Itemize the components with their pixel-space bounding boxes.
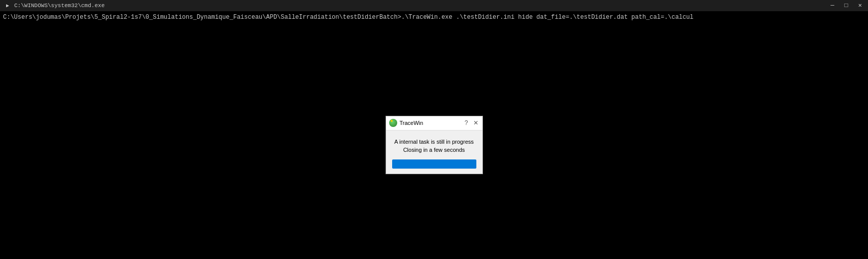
maximize-button[interactable]: □ (843, 2, 850, 10)
dialog-close-button[interactable]: ✕ (472, 120, 479, 126)
title-bar-text: C:\WINDOWS\system32\cmd.exe (14, 3, 105, 9)
dialog-title-left: TraceWin (389, 119, 424, 127)
title-bar: ▶ C:\WINDOWS\system32\cmd.exe ─ □ ✕ (0, 0, 868, 11)
title-bar-controls: ─ □ ✕ (828, 2, 864, 10)
dialog-body: A internal task is still in progress Clo… (386, 131, 482, 174)
dialog-message-line2: Closing in a few seconds (403, 147, 465, 153)
close-button[interactable]: ✕ (856, 2, 864, 10)
tracewin-dialog: TraceWin ? ✕ A internal task is still in… (386, 116, 483, 174)
dialog-message: A internal task is still in progress Clo… (392, 138, 476, 154)
command-line: C:\Users\jodumas\Projets\5_Spiral2-1s7\0… (3, 13, 865, 22)
dialog-help-button[interactable]: ? (464, 120, 469, 126)
dialog-title-bar: TraceWin ? ✕ (386, 116, 482, 131)
dialog-progress-bar (392, 159, 476, 169)
dialog-title-controls: ? ✕ (464, 120, 479, 126)
cmd-icon: ▶ (4, 2, 11, 9)
tracewin-app-icon (389, 119, 397, 127)
title-bar-left: ▶ C:\WINDOWS\system32\cmd.exe (4, 2, 105, 9)
minimize-button[interactable]: ─ (828, 2, 836, 10)
dialog-app-name: TraceWin (400, 120, 424, 126)
dialog-message-line1: A internal task is still in progress (394, 139, 474, 145)
